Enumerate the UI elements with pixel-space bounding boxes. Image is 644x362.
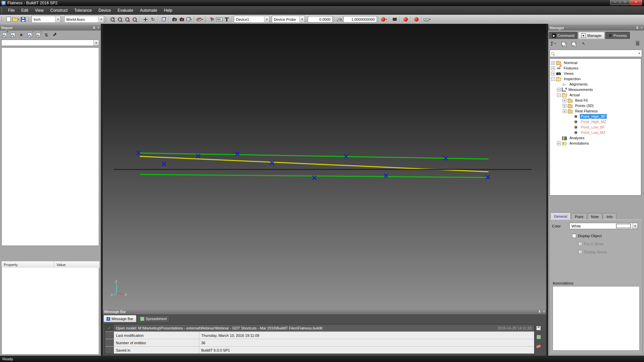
zoom-in-button[interactable]: + xyxy=(124,16,131,23)
gdt-frame-button[interactable]: GD□ xyxy=(216,16,223,23)
probe-select[interactable]: Device Probe ▼ xyxy=(272,16,305,23)
close-icon[interactable]: × xyxy=(543,310,545,313)
tolerance-field[interactable]: 0.0000 xyxy=(308,16,333,22)
menu-file[interactable]: File xyxy=(5,7,18,14)
zoom-extents-button[interactable]: ↗ xyxy=(109,16,116,23)
tab-process[interactable]: ⚙Process xyxy=(605,32,630,39)
collapse-icon[interactable]: − xyxy=(557,93,561,97)
device-position-button[interactable] xyxy=(223,16,230,23)
duplicate-object-button[interactable] xyxy=(570,40,577,47)
copy-object-button[interactable] xyxy=(560,40,567,47)
record-button[interactable] xyxy=(402,16,409,23)
view-options-button[interactable]: ▾ xyxy=(185,16,193,23)
tab-spreadsheet[interactable]: Spreadsheet xyxy=(137,315,170,322)
save-log-button[interactable] xyxy=(536,325,541,331)
menu-edit[interactable]: Edit xyxy=(18,7,32,14)
copy-report-button[interactable] xyxy=(10,32,16,38)
tab-general[interactable]: General xyxy=(550,212,571,220)
close-button[interactable]: × xyxy=(630,0,642,5)
device-select[interactable]: Device1 ▼ xyxy=(234,16,270,23)
checkbox-box[interactable] xyxy=(572,234,576,238)
point-marker[interactable] xyxy=(197,154,200,158)
minimize-button[interactable]: – xyxy=(610,0,620,5)
probe-compensation-button[interactable] xyxy=(208,16,216,23)
zoom-window-button[interactable]: □ xyxy=(116,16,124,23)
scale-field[interactable]: 1.0000000000 xyxy=(343,16,377,22)
tree-item-point-high-mz[interactable]: +⊕Point_High_MZ xyxy=(550,119,641,124)
update-report-button[interactable]: ↑ xyxy=(35,32,41,38)
menu-construct[interactable]: Construct xyxy=(47,7,71,14)
expand-icon[interactable]: + xyxy=(563,99,566,102)
close-icon[interactable]: × xyxy=(641,26,643,30)
run-report-button[interactable] xyxy=(52,32,58,38)
checkbox-box[interactable]: ✓ xyxy=(578,242,582,246)
clear-log-button[interactable] xyxy=(536,343,541,348)
pan-button[interactable] xyxy=(142,16,149,23)
menu-automate[interactable]: Automate xyxy=(137,7,161,14)
unit-select[interactable]: Inch ▼ xyxy=(32,16,61,23)
insert-report-button[interactable]: ↑ xyxy=(27,32,33,38)
checkbox-box[interactable]: ✓ xyxy=(578,250,582,254)
expand-icon[interactable]: + xyxy=(563,104,566,108)
menu-help[interactable]: Help xyxy=(161,7,176,14)
view-manager-button[interactable] xyxy=(160,16,167,23)
tab-message-bar[interactable]: iMessage Bar xyxy=(103,315,136,322)
checkbox-display-object[interactable]: Display Object xyxy=(572,234,602,238)
collapse-icon[interactable]: − xyxy=(551,77,555,81)
pin-icon[interactable] xyxy=(636,26,639,29)
delete-object-button[interactable] xyxy=(634,40,641,47)
property-column-header[interactable]: Property xyxy=(2,261,54,268)
pin-icon[interactable] xyxy=(538,310,541,313)
expand-icon[interactable]: + xyxy=(563,109,566,113)
report-select[interactable]: ▼ xyxy=(1,40,99,46)
menu-evaluate[interactable]: Evaluate xyxy=(114,7,137,14)
stop-button[interactable] xyxy=(413,16,420,23)
tree-item-best-fit[interactable]: +Best Fit xyxy=(550,98,641,103)
tab-command[interactable]: ▶Command xyxy=(549,32,577,39)
expand-icon[interactable]: + xyxy=(557,88,561,92)
report-options-button[interactable]: ⇅ xyxy=(43,32,49,38)
tree-item-point-low-mz[interactable]: +⊕Point_Low_MZ xyxy=(550,130,641,135)
angle-tool-button[interactable] xyxy=(336,16,343,23)
snapshot-button[interactable] xyxy=(171,16,178,23)
tree-item-analyses[interactable]: +Analyses xyxy=(550,135,641,141)
tab-manager[interactable]: ♠Manager xyxy=(578,32,605,39)
tab-point[interactable]: Point xyxy=(571,213,587,220)
delete-report-button[interactable]: × xyxy=(18,32,24,38)
open-file-button[interactable]: ▾ xyxy=(12,16,19,23)
pin-icon[interactable] xyxy=(93,26,95,29)
maximize-button[interactable]: □ xyxy=(620,0,630,5)
axes-select[interactable]: World Axes ▼ xyxy=(64,16,104,23)
export-spreadsheet-button[interactable] xyxy=(536,334,541,340)
tree-item-real-flatness[interactable]: +Real Flatness xyxy=(550,108,641,114)
point-marker[interactable] xyxy=(162,162,166,166)
save-file-button[interactable] xyxy=(19,16,27,23)
value-column-header[interactable]: Value xyxy=(54,263,66,267)
close-icon[interactable]: × xyxy=(97,26,99,30)
zoom-out-button[interactable]: − xyxy=(131,16,138,23)
checkbox-put-in-show[interactable]: ✓Put in Show xyxy=(578,242,604,246)
expand-icon[interactable]: + xyxy=(551,61,555,65)
tree-item-inspection[interactable]: −Inspection xyxy=(550,76,641,82)
capture-view-button[interactable] xyxy=(178,16,185,23)
tab-note[interactable]: Note xyxy=(587,213,602,220)
tree-item-alignments[interactable]: +▷Alignments xyxy=(550,82,641,87)
tree-item-point-low-bf[interactable]: +⊕Point_Low_BF xyxy=(550,124,641,130)
rotate-view-button[interactable]: ↻ xyxy=(149,16,157,23)
tree-item-nominal[interactable]: +Nominal xyxy=(550,60,641,65)
search-input[interactable] xyxy=(554,51,637,56)
hide-objects-button[interactable]: ▾ xyxy=(196,16,204,23)
checkbox-display-name[interactable]: ✓Display Name xyxy=(578,250,607,254)
scan-button[interactable] xyxy=(391,16,398,23)
point-marker[interactable] xyxy=(313,176,316,179)
tree-item-points-3d[interactable]: +Points (3D) xyxy=(550,103,641,108)
tree-item-features[interactable]: +GDFeatures xyxy=(550,65,641,71)
tree-item-actual[interactable]: −Actual xyxy=(550,92,641,98)
new-file-button[interactable] xyxy=(5,16,12,23)
new-report-button[interactable]: + xyxy=(1,32,7,38)
select-button[interactable]: ↖ xyxy=(580,40,587,47)
tree-item-annotations[interactable]: +Annotations xyxy=(550,141,641,146)
menu-view[interactable]: View xyxy=(32,7,47,14)
color-select[interactable]: White ▼ xyxy=(569,223,638,229)
menu-tolerance[interactable]: Tolerance xyxy=(71,7,95,14)
